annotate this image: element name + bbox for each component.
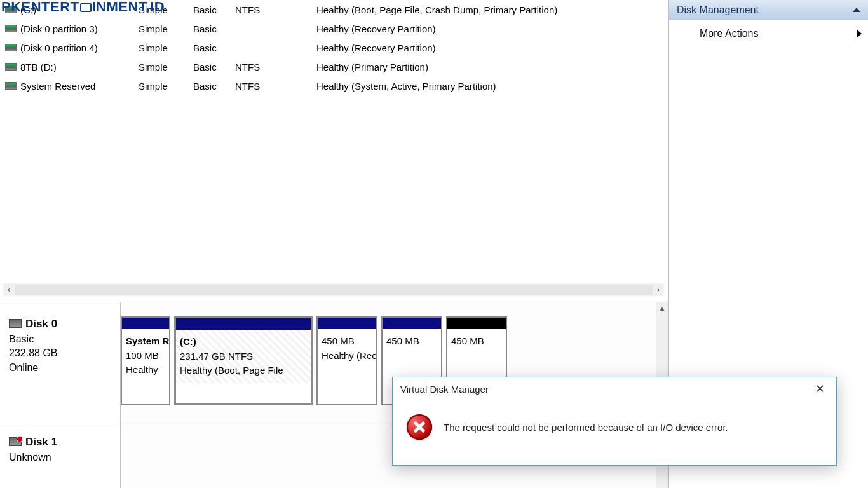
volume-icon [5,25,17,32]
error-icon [407,414,432,440]
scroll-right-icon[interactable]: › [653,283,664,296]
volume-row[interactable]: 8TB (D:) Simple Basic NTFS Healthy (Prim… [0,57,668,76]
horizontal-scrollbar[interactable]: ‹ › [3,283,664,296]
partition-block[interactable]: 450 MBHealthy (Recovery [316,316,377,405]
volume-icon [5,63,17,71]
scroll-track[interactable] [15,285,653,295]
disk0-size: 232.88 GB [9,346,114,360]
partition-header [122,318,169,329]
partition-header [176,318,311,330]
volume-type: Basic [193,62,235,72]
volume-name: 8TB (D:) [20,62,139,72]
partition-body: System Reserved100 MBHealthy [122,329,169,383]
volume-layout: Simple [139,81,193,92]
volume-status: Healthy (Recovery Partition) [316,24,668,34]
watermark-logo: PKENTERTINMENT.ID [1,0,165,15]
disk-error-icon [9,437,22,446]
dialog-title-text: Virtual Disk Manager [400,384,489,395]
volume-layout: Simple [139,24,193,34]
volume-type: Basic [193,4,235,15]
volume-status: Healthy (Boot, Page File, Crash Dump, Pr… [316,4,668,15]
volume-filesystem: NTFS [235,4,316,15]
dialog-titlebar[interactable]: Virtual Disk Manager ✕ [393,377,836,400]
disk1-state: Unknown [9,451,114,464]
volume-layout: Simple [139,43,193,53]
volume-icon [5,82,17,90]
more-actions-label: More Actions [700,28,758,39]
dialog-message: The request could not be performed becau… [444,422,728,433]
partition-block[interactable]: (C:)231.47 GB NTFSHealthy (Boot, Page Fi… [174,316,313,405]
disk0-type: Basic [9,332,114,346]
volume-icon [5,44,17,51]
volume-name: (Disk 0 partition 4) [20,43,139,53]
volume-row[interactable]: (Disk 0 partition 4) Simple Basic Health… [0,38,668,57]
volume-status: Healthy (System, Active, Primary Partiti… [316,81,668,92]
volume-list[interactable]: (C:) Simple Basic NTFS Healthy (Boot, Pa… [0,0,668,280]
disk0-info[interactable]: Disk 0 Basic 232.88 GB Online [0,302,121,424]
volume-name: System Reserved [20,81,139,92]
disk-icon [9,319,22,328]
volume-layout: Simple [139,62,193,72]
error-dialog: Virtual Disk Manager ✕ The request could… [392,377,837,466]
more-actions-item[interactable]: More Actions [669,20,868,47]
collapse-icon [853,8,860,12]
volume-type: Basic [193,81,235,92]
chevron-right-icon [857,30,862,37]
disk1-title: Disk 1 [9,436,114,449]
partition-header [318,318,376,329]
disk0-title: Disk 0 [9,318,114,330]
partition-header [447,318,506,329]
scroll-left-icon[interactable]: ‹ [3,283,15,296]
volume-row[interactable]: (Disk 0 partition 3) Simple Basic Health… [0,19,668,38]
partition-body: 450 MBHealthy (Recovery [318,329,376,368]
dialog-body: The request could not be performed becau… [393,400,836,465]
partition-body: (C:)231.47 GB NTFSHealthy (Boot, Page Fi… [176,330,311,383]
partition-body: 450 MB [383,329,441,354]
scroll-up-icon[interactable]: ▲ [656,302,668,314]
volume-filesystem: NTFS [235,62,316,72]
volume-name: (Disk 0 partition 3) [20,24,139,34]
volume-status: Healthy (Primary Partition) [316,62,668,72]
disk0-state: Online [9,361,114,375]
close-button[interactable]: ✕ [811,380,829,398]
partition-header [383,318,441,329]
volume-type: Basic [193,43,235,53]
partition-body: 450 MB [447,329,506,354]
partition-block[interactable]: System Reserved100 MBHealthy [121,316,170,405]
volume-filesystem: NTFS [235,81,316,92]
volume-status: Healthy (Recovery Partition) [316,43,668,53]
actions-header[interactable]: Disk Management [669,0,868,20]
actions-header-label: Disk Management [677,4,759,16]
volume-row[interactable]: System Reserved Simple Basic NTFS Health… [0,76,668,95]
disk1-info[interactable]: Disk 1 Unknown [0,424,121,488]
volume-type: Basic [193,24,235,34]
